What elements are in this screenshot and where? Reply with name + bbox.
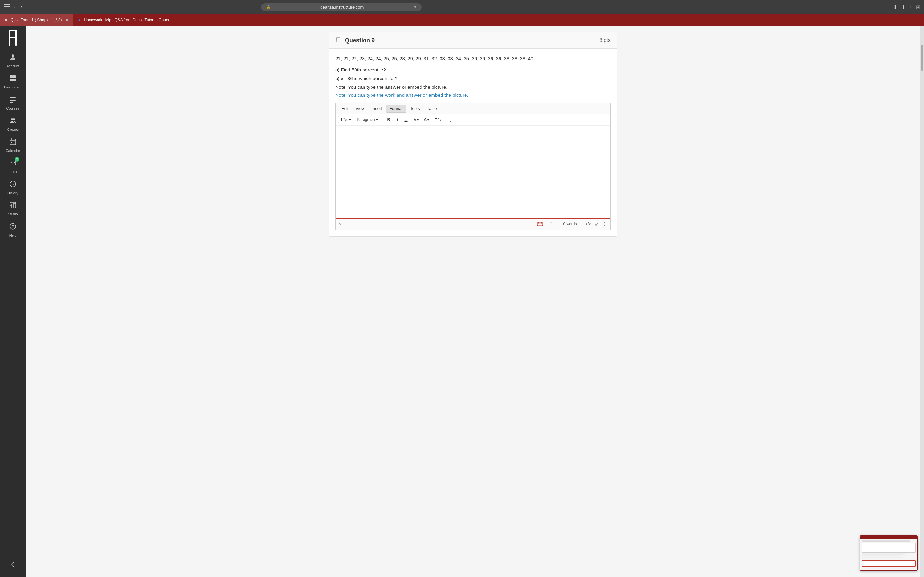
sidebar-item-groups[interactable]: Groups <box>0 113 26 135</box>
accessibility-btn[interactable] <box>548 220 554 228</box>
highlight-btn[interactable]: A ▾ <box>422 116 431 123</box>
sidebar-collapse-btn[interactable] <box>8 558 18 573</box>
editor-statusbar: p <box>336 219 610 229</box>
sidebar-item-dashboard[interactable]: Dashboard <box>0 71 26 92</box>
mini-thumbnail <box>860 535 918 571</box>
new-tab-icon[interactable]: + <box>909 4 912 10</box>
share-icon[interactable]: ⬆ <box>901 4 905 10</box>
question-header: Question 9 8 pts <box>329 32 617 49</box>
browser-chrome: ‹ › 🔒 deanza.instructure.com ↻ ⬇ ⬆ + ⊞ <box>0 0 924 14</box>
reload-btn[interactable]: ↻ <box>413 5 417 10</box>
svg-point-4 <box>11 55 14 57</box>
sidebar-item-account-label: Account <box>6 64 19 68</box>
svg-rect-34 <box>540 222 541 223</box>
svg-rect-12 <box>10 102 13 103</box>
sidebar-item-calendar-label: Calendar <box>6 149 20 153</box>
font-size-chevron: ▾ <box>349 117 351 122</box>
menu-view[interactable]: View <box>352 105 368 112</box>
svg-point-14 <box>13 118 15 120</box>
inbox-badge: 2 <box>15 157 19 161</box>
scrollbar-thumb[interactable] <box>921 45 923 71</box>
editor-content[interactable] <box>336 126 610 219</box>
svg-rect-20 <box>13 142 13 143</box>
word-count: 0 words <box>563 222 577 226</box>
menu-tools[interactable]: Tools <box>407 105 423 112</box>
flag-button[interactable] <box>335 37 341 44</box>
menu-format[interactable]: Format <box>386 105 406 113</box>
groups-icon <box>9 117 17 126</box>
dashboard-icon <box>9 74 17 84</box>
svg-rect-7 <box>10 79 13 81</box>
sidebar-toggle-btn[interactable] <box>4 5 10 10</box>
question-note2: Note: You can type the work and answer o… <box>335 92 611 98</box>
superscript-btn[interactable]: T² ▾ <box>432 116 444 123</box>
svg-rect-10 <box>10 99 16 99</box>
code-view-btn[interactable]: </> <box>586 222 591 226</box>
inbox-icon: 2 <box>9 159 17 169</box>
paragraph-select[interactable]: Paragraph ▾ <box>355 116 380 123</box>
question-part-a: a) Find 50th percentile? <box>335 67 611 73</box>
back-btn[interactable]: ‹ <box>13 3 17 11</box>
toolbar-divider1 <box>382 116 383 123</box>
sidebar-item-inbox[interactable]: 2 Inbox <box>0 156 26 177</box>
tab1-favicon: ✕ <box>5 18 8 23</box>
svg-rect-11 <box>10 100 16 101</box>
tab-coursehero[interactable]: ★ Homework Help - Q&A from Online Tutors… <box>73 14 169 26</box>
paragraph-chevron: ▾ <box>376 117 378 122</box>
menu-table[interactable]: Table <box>423 105 440 112</box>
calendar-icon <box>9 138 17 147</box>
font-color-btn[interactable]: A ▾ <box>412 116 421 123</box>
toolbar-more-btn[interactable]: ⋮ <box>445 115 456 124</box>
statusbar-more-btn[interactable]: ⋮ <box>603 221 607 227</box>
question-dataset: 21; 21; 22; 23; 24; 24; 25; 25; 28; 29; … <box>335 55 611 63</box>
italic-btn[interactable]: I <box>394 116 401 123</box>
menu-insert[interactable]: Insert <box>368 105 385 112</box>
sidebar-item-calendar[interactable]: Calendar <box>0 135 26 156</box>
editor-menubar: Edit View Insert Format Tools Table <box>336 103 610 114</box>
question-header-left: Question 9 <box>335 37 375 44</box>
history-icon <box>9 180 17 190</box>
download-icon[interactable]: ⬇ <box>893 4 897 10</box>
bold-btn[interactable]: B <box>384 116 393 123</box>
sidebar-collapse-area <box>8 558 18 577</box>
editor-container: Edit View Insert Format Tools Table 12pt… <box>335 103 611 230</box>
tab-quiz[interactable]: ✕ Quiz: Exam 1 ( Chapter 1,2,3) ✕ <box>0 14 73 26</box>
menu-edit[interactable]: Edit <box>338 105 352 112</box>
question-note1: Note: You can type the answer or embed t… <box>335 84 611 90</box>
url-text: deanza.instructure.com <box>273 5 410 10</box>
sidebar-item-help[interactable]: ? Help <box>0 219 26 240</box>
grid-icon[interactable]: ⊞ <box>916 4 920 10</box>
tab-bar: ✕ Quiz: Exam 1 ( Chapter 1,2,3) ✕ ★ Home… <box>0 14 924 26</box>
sidebar: Account Dashboard <box>0 26 26 577</box>
address-bar[interactable]: 🔒 deanza.instructure.com ↻ <box>261 3 422 11</box>
help-icon: ? <box>9 222 17 232</box>
underline-btn[interactable]: U <box>402 116 410 123</box>
forward-btn[interactable]: › <box>19 3 24 11</box>
question-body: 21; 21; 22; 23; 24; 24; 25; 25; 28; 29; … <box>329 49 617 236</box>
question-title: Question 9 <box>345 37 375 44</box>
font-size-value: 12pt <box>341 117 348 122</box>
keyboard-shortcut-btn[interactable] <box>536 221 543 227</box>
sidebar-item-studio[interactable]: Studio <box>0 198 26 219</box>
scrollbar-track[interactable] <box>920 26 924 577</box>
status-sep1: | <box>558 222 559 226</box>
sidebar-item-studio-label: Studio <box>8 212 18 216</box>
expand-btn[interactable]: ⤢ <box>595 221 599 227</box>
studio-icon <box>9 201 17 211</box>
sidebar-item-account[interactable]: Account <box>0 50 26 71</box>
svg-rect-2 <box>9 30 17 31</box>
font-color-label: A <box>414 117 417 122</box>
svg-rect-5 <box>10 75 13 78</box>
svg-point-13 <box>11 118 13 120</box>
sidebar-item-courses[interactable]: Courses <box>0 92 26 113</box>
sidebar-item-history[interactable]: History <box>0 177 26 198</box>
svg-point-40 <box>551 221 551 222</box>
font-color-chevron: ▾ <box>417 118 419 121</box>
svg-rect-21 <box>10 161 16 165</box>
svg-rect-30 <box>336 37 340 40</box>
browser-controls: ‹ › <box>4 3 24 11</box>
tab1-close[interactable]: ✕ <box>65 18 68 22</box>
courses-icon <box>9 95 17 105</box>
font-size-select[interactable]: 12pt ▾ <box>338 116 353 123</box>
tab2-favicon: ★ <box>78 18 81 23</box>
